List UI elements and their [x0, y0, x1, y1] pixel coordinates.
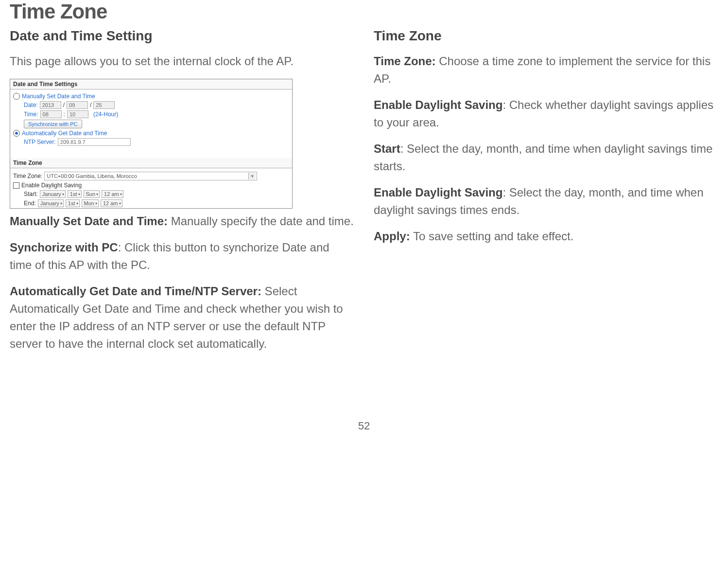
start-day-select[interactable]: Sun▾ [84, 190, 100, 198]
date-year-input[interactable]: 2013 [40, 101, 61, 109]
dst-start-label: Start: [24, 191, 38, 197]
slash-2: / [90, 102, 91, 108]
panel-date-time-header: Date and Time Settings [10, 79, 292, 89]
para-dst-bold: Enable Daylight Saving [374, 98, 503, 111]
tz-label: Time Zone: [13, 173, 42, 179]
para-start-bold: Start [374, 142, 400, 155]
end-day-select[interactable]: Mon▾ [82, 199, 99, 207]
sync-with-pc-button[interactable]: Synchronize with PC [24, 120, 82, 128]
time-suffix: (24-Hour) [93, 111, 118, 118]
time-zone-heading: Time Zone [374, 28, 718, 44]
date-month-input[interactable]: 09 [67, 101, 88, 109]
para-dst: Enable Daylight Saving: Check whether da… [374, 96, 718, 131]
dst-end-label: End: [24, 200, 36, 207]
auto-radio-label: Automatically Get Date and Time [22, 130, 107, 137]
timezone-select[interactable]: UTC+00:00 Gambia, Liberia, Morocco ▼ [44, 172, 257, 180]
end-hour-select[interactable]: 12 am▾ [101, 199, 122, 207]
para-tz: Time Zone: Choose a time zone to impleme… [374, 53, 718, 88]
time-label: Time: [24, 111, 38, 118]
slash-1: / [63, 102, 65, 108]
ntp-input[interactable]: 209.81.9.7 [58, 138, 131, 146]
para-end-bold: Enable Daylight Saving [374, 186, 503, 199]
colon: : [64, 111, 65, 118]
para-start-text: : Select the day, month, and time when d… [374, 142, 712, 173]
para-sync: Synchorize with PC: Click this button to… [10, 239, 354, 274]
para-manual-text: Manually specify the date and time. [168, 214, 354, 228]
panel-time-zone-header: Time Zone [10, 158, 292, 168]
para-start: Start: Select the day, month, and time w… [374, 140, 718, 175]
para-auto: Automatically Get Date and Time/NTP Serv… [10, 283, 354, 353]
para-tz-bold: Time Zone: [374, 54, 436, 68]
date-time-setting-heading: Date and Time Setting [10, 28, 354, 44]
page-number: 52 [10, 420, 718, 432]
end-month-select[interactable]: January▾ [38, 199, 64, 207]
para-end: Enable Daylight Saving: Select the day, … [374, 184, 718, 219]
dst-label: Enable Daylight Saving [21, 182, 82, 189]
para-sync-bold: Synchorize with PC [10, 241, 118, 254]
start-hour-select[interactable]: 12 am▾ [102, 190, 123, 198]
start-month-select[interactable]: January▾ [40, 190, 66, 198]
para-manual: Manually Set Date and Time: Manually spe… [10, 213, 354, 230]
para-manual-bold: Manually Set Date and Time: [10, 214, 168, 228]
para-apply-text: To save setting and take effect. [410, 230, 574, 243]
chevron-down-icon: ▼ [248, 173, 256, 179]
auto-radio[interactable] [13, 130, 20, 137]
para-auto-bold: Automatically Get Date and Time/NTP Serv… [10, 285, 261, 298]
time-min-input[interactable]: 10 [67, 110, 88, 118]
dst-checkbox[interactable] [13, 182, 19, 189]
intro-text: This page allows you to set the internal… [10, 53, 354, 70]
date-label: Date: [24, 102, 38, 108]
page-title: Time Zone [10, 0, 718, 23]
para-apply-bold: Apply: [374, 230, 410, 243]
para-apply: Apply: To save setting and take effect. [374, 228, 718, 245]
timezone-selected-value: UTC+00:00 Gambia, Liberia, Morocco [47, 173, 137, 179]
ntp-label: NTP Server: [24, 139, 56, 145]
right-column: Time Zone Time Zone: Choose a time zone … [374, 28, 718, 361]
manual-radio[interactable] [13, 93, 20, 100]
date-day-input[interactable]: 25 [93, 101, 115, 109]
end-week-select[interactable]: 1st▾ [66, 199, 80, 207]
settings-screenshot: Date and Time Settings Manually Set Date… [10, 79, 293, 209]
start-week-select[interactable]: 1st▾ [68, 190, 82, 198]
left-column: Date and Time Setting This page allows y… [10, 28, 354, 361]
time-hour-input[interactable]: 08 [40, 110, 62, 118]
manual-radio-label: Manually Set Date and Time [22, 93, 95, 100]
